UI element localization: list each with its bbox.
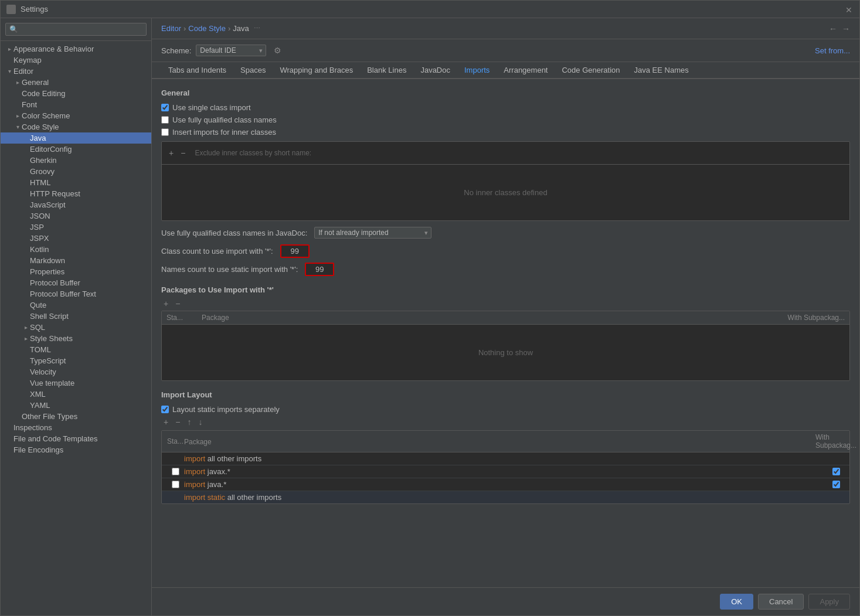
sidebar-item-properties[interactable]: Properties xyxy=(1,266,151,277)
remove-inner-class-button[interactable]: − xyxy=(178,148,188,158)
use-fully-qualified-row: Use fully qualified class names xyxy=(161,115,850,124)
move-up-import-button[interactable]: ↑ xyxy=(185,417,193,427)
sidebar-item-editorconfig[interactable]: EditorConfig xyxy=(1,144,151,155)
sidebar-item-velocity[interactable]: Velocity xyxy=(1,366,151,377)
search-input[interactable] xyxy=(5,23,147,36)
sidebar-label-inspections: Inspections xyxy=(13,423,52,432)
tab-blank-lines[interactable]: Blank Lines xyxy=(360,62,413,79)
sidebar-item-editor[interactable]: Editor xyxy=(1,66,151,77)
import-row-2-check xyxy=(166,481,184,488)
sidebar-item-shell-script[interactable]: Shell Script xyxy=(1,311,151,322)
nav-forward-button[interactable]: → xyxy=(842,24,850,33)
import-row-1-checkbox[interactable] xyxy=(172,468,179,475)
import-col-package-label: Package xyxy=(184,438,212,446)
sidebar-item-appearance[interactable]: Appearance & Behavior xyxy=(1,43,151,55)
sidebar-item-file-encodings[interactable]: File Encodings xyxy=(1,444,151,455)
remove-import-button[interactable]: − xyxy=(173,417,182,427)
use-fully-qualified-checkbox[interactable] xyxy=(161,116,169,124)
set-from-link[interactable]: Set from... xyxy=(815,46,850,55)
no-inner-classes-text: No inner classes defined xyxy=(162,165,849,220)
sidebar-item-gherkin[interactable]: Gherkin xyxy=(1,155,151,166)
sidebar-item-toml[interactable]: TOML xyxy=(1,344,151,355)
use-single-class-row: Use single class import xyxy=(161,103,850,112)
sidebar-item-inspections[interactable]: Inspections xyxy=(1,422,151,433)
sidebar-item-xml[interactable]: XML xyxy=(1,389,151,400)
sidebar-item-typescript[interactable]: TypeScript xyxy=(1,355,151,366)
tab-imports[interactable]: Imports xyxy=(457,62,497,79)
sidebar-item-code-style[interactable]: Code Style xyxy=(1,121,151,132)
sidebar-item-protocol-buffer[interactable]: Protocol Buffer xyxy=(1,277,151,288)
settings-window: Settings ✕ Appearance & BehaviorKeymapEd… xyxy=(0,0,860,616)
sidebar-item-qute[interactable]: Qute xyxy=(1,300,151,311)
import-rest-0: all other imports xyxy=(208,454,261,463)
sidebar-item-font[interactable]: Font xyxy=(1,99,151,110)
import-row-2-subcheck[interactable] xyxy=(832,481,840,488)
sidebar-item-jspx[interactable]: JSPX xyxy=(1,233,151,244)
tab-tabs-and-indents[interactable]: Tabs and Indents xyxy=(161,62,233,79)
tab-code-generation[interactable]: Code Generation xyxy=(555,62,627,79)
sidebar-item-code-editing[interactable]: Code Editing xyxy=(1,88,151,99)
sidebar-item-sql[interactable]: SQL xyxy=(1,322,151,333)
inner-classes-box: + − Exclude inner classes by short name:… xyxy=(161,141,850,221)
fully-qualified-javadoc-select[interactable]: If not already imported Always Never xyxy=(314,227,431,239)
sidebar-item-file-code-templates[interactable]: File and Code Templates xyxy=(1,433,151,444)
tab-spaces[interactable]: Spaces xyxy=(233,62,273,79)
use-single-class-checkbox[interactable] xyxy=(161,104,169,111)
import-row-2-checkbox[interactable] xyxy=(172,481,179,488)
scheme-select[interactable]: Default IDE xyxy=(196,45,266,56)
sidebar-item-vue-template[interactable]: Vue template xyxy=(1,377,151,389)
nav-back-button[interactable]: ← xyxy=(829,24,837,33)
sidebar-item-protocol-buffer-text[interactable]: Protocol Buffer Text xyxy=(1,288,151,300)
move-down-import-button[interactable]: ↓ xyxy=(196,417,205,427)
sidebar-item-java[interactable]: Java xyxy=(1,132,151,144)
sidebar-item-groovy[interactable]: Groovy xyxy=(1,166,151,177)
sidebar-item-yaml[interactable]: YAML xyxy=(1,400,151,411)
add-import-button[interactable]: + xyxy=(161,417,171,427)
arrow-sql xyxy=(22,324,30,331)
use-fully-qualified-label: Use fully qualified class names xyxy=(172,115,277,124)
add-inner-class-button[interactable]: + xyxy=(166,148,176,158)
sidebar-item-javascript[interactable]: JavaScript xyxy=(1,199,151,210)
tab-java-ee-names[interactable]: Java EE Names xyxy=(627,62,696,79)
breadcrumb-editor[interactable]: Editor xyxy=(161,24,181,33)
sidebar-item-general[interactable]: General xyxy=(1,77,151,88)
tab-wrapping-and-braces[interactable]: Wrapping and Braces xyxy=(273,62,360,79)
sidebar-item-json[interactable]: JSON xyxy=(1,210,151,222)
sidebar-item-markdown[interactable]: Markdown xyxy=(1,255,151,266)
scheme-gear-button[interactable]: ⚙ xyxy=(271,44,284,57)
layout-static-checkbox[interactable] xyxy=(161,406,169,413)
add-package-button[interactable]: + xyxy=(161,299,171,308)
apply-button[interactable]: Apply xyxy=(808,594,850,610)
class-count-input[interactable] xyxy=(280,244,310,258)
sidebar-item-other-file-types[interactable]: Other File Types xyxy=(1,411,151,422)
sidebar-label-vue-template: Vue template xyxy=(30,379,74,387)
names-count-label: Names count to use static import with '*… xyxy=(161,265,298,274)
sidebar-item-color-scheme[interactable]: Color Scheme xyxy=(1,110,151,121)
import-keyword-3: import static xyxy=(184,493,225,502)
sidebar-item-http-request[interactable]: HTTP Request xyxy=(1,188,151,199)
import-keyword-2: import xyxy=(184,480,205,489)
cancel-button[interactable]: Cancel xyxy=(758,594,804,610)
sidebar-item-jsp[interactable]: JSP xyxy=(1,222,151,233)
import-row-1-subcheck[interactable] xyxy=(832,468,840,475)
sidebar-item-kotlin[interactable]: Kotlin xyxy=(1,244,151,255)
tab-javadoc[interactable]: JavaDoc xyxy=(413,62,457,79)
sidebar-label-appearance: Appearance & Behavior xyxy=(13,45,94,53)
insert-imports-inner-checkbox[interactable] xyxy=(161,128,169,136)
sidebar-label-file-encodings: File Encodings xyxy=(13,445,63,454)
remove-package-button[interactable]: − xyxy=(173,299,182,308)
names-count-input[interactable] xyxy=(305,263,334,276)
breadcrumb-sep-2: › xyxy=(228,24,230,33)
sidebar-label-style-sheets: Style Sheets xyxy=(30,334,73,343)
sidebar-item-html[interactable]: HTML xyxy=(1,177,151,188)
arrow-style-sheets xyxy=(22,335,30,342)
breadcrumb-menu-icon[interactable]: ⋯ xyxy=(254,25,260,32)
sidebar-label-markdown: Markdown xyxy=(30,256,65,265)
tab-arrangement[interactable]: Arrangement xyxy=(497,62,555,79)
sidebar-item-keymap[interactable]: Keymap xyxy=(1,55,151,66)
ok-button[interactable]: OK xyxy=(720,594,753,610)
import-layout-header: Sta... Package With Subpackag... xyxy=(162,431,849,452)
breadcrumb-code-style[interactable]: Code Style xyxy=(188,24,226,33)
sidebar-item-style-sheets[interactable]: Style Sheets xyxy=(1,333,151,344)
close-button[interactable]: ✕ xyxy=(845,5,854,13)
